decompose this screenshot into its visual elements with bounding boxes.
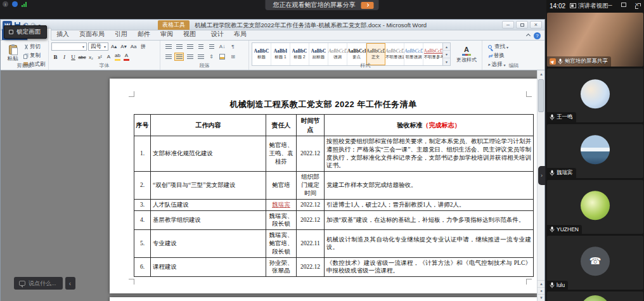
clear-formatting-button[interactable]: 拼 bbox=[139, 42, 148, 51]
tab-table-layout[interactable]: 布局 bbox=[229, 29, 252, 40]
notice-action-button[interactable] bbox=[361, 2, 374, 9]
strikethrough-button[interactable]: abc bbox=[78, 53, 86, 61]
minimize-ribbon-icon[interactable] bbox=[526, 34, 531, 38]
chat-input[interactable]: 说点什么... bbox=[14, 277, 63, 290]
vertical-scrollbar[interactable]: ▲ ▲ ● ▼ bbox=[537, 70, 544, 301]
tab-references[interactable]: 引用 bbox=[110, 29, 132, 40]
participant-tile[interactable]: YUZHEN bbox=[547, 180, 643, 234]
italic-button[interactable]: I bbox=[60, 53, 68, 61]
gallery-up-icon[interactable]: ▴ bbox=[443, 43, 450, 51]
shading-icon bbox=[219, 54, 225, 60]
screen-share-icon bbox=[550, 58, 556, 65]
text-effects-button[interactable]: A bbox=[105, 53, 113, 61]
word-maximize-button[interactable] bbox=[516, 21, 528, 29]
shrink-font-button[interactable]: A▾ bbox=[119, 42, 127, 51]
borders-button[interactable]: ⊞ bbox=[228, 53, 238, 61]
participant-tile[interactable]: ☎ lulu bbox=[547, 236, 643, 290]
pin-icon bbox=[9, 30, 13, 34]
tab-view[interactable]: 视图 bbox=[178, 29, 201, 40]
table-row: 2. “双创”项目与“三型”党支部建设 鲍官培 组织部门规定时间 党建工作样本支… bbox=[134, 172, 534, 199]
word-close-button[interactable]: × bbox=[530, 21, 542, 29]
decrease-indent-button[interactable] bbox=[196, 42, 205, 51]
show-marks-button[interactable]: ¶ bbox=[228, 42, 238, 51]
col-header-owner: 责任人 bbox=[266, 115, 297, 136]
screen-share-notice: 您正在观看鲍官培的屏幕分享 bbox=[266, 0, 379, 10]
tab-page-layout[interactable]: 页面布局 bbox=[74, 29, 110, 40]
scroll-up-icon[interactable]: ▲ bbox=[538, 70, 544, 78]
next-page-icon[interactable]: ▼ bbox=[538, 294, 544, 301]
bullet-list-button[interactable] bbox=[164, 42, 173, 51]
sidebar-collapse-handle[interactable]: › bbox=[538, 166, 545, 185]
margin-mark bbox=[526, 91, 532, 97]
line-spacing-button[interactable]: ⇕ bbox=[207, 53, 216, 61]
app-window-controls: – × bbox=[608, 0, 639, 9]
info-icon[interactable]: i bbox=[3, 1, 8, 7]
maximize-button[interactable] bbox=[621, 3, 626, 7]
participant-name: 鲍官培的屏幕共享 bbox=[565, 58, 608, 65]
find-button[interactable]: 查找▾ bbox=[488, 43, 508, 51]
underline-button[interactable]: U bbox=[69, 53, 77, 61]
grow-font-button[interactable]: A▴ bbox=[110, 42, 118, 51]
font-color-button[interactable]: A bbox=[122, 53, 131, 61]
word-minimize-button[interactable]: – bbox=[502, 21, 514, 29]
table-row: 1. 支部标准化规范化建设 鲍官培、王鸣、袁桂芬 2022.12 按照校党委组织… bbox=[134, 136, 534, 172]
document-page[interactable]: 机械制造工程系教工党支部 2022 年工作任务清单 序号 工作内容 责任人 时间… bbox=[110, 79, 537, 293]
task-table: 序号 工作内容 责任人 时间节点 验收标准（完成标志） 1. 支部标准化规范化建… bbox=[134, 114, 534, 277]
participant-tile[interactable]: 王一鸣 bbox=[547, 68, 643, 122]
change-case-button[interactable]: Aa bbox=[129, 42, 138, 51]
increase-indent-button[interactable] bbox=[207, 42, 216, 51]
align-left-button[interactable] bbox=[164, 53, 173, 61]
cut-button[interactable]: 剪切 bbox=[23, 43, 46, 51]
copy-button[interactable]: 复制 bbox=[23, 52, 46, 60]
participant-tile-presenter[interactable]: 鲍官培的屏幕共享 bbox=[547, 13, 643, 67]
network-signal-icon bbox=[22, 1, 27, 7]
previous-page-icon[interactable]: ▲ bbox=[538, 280, 544, 287]
close-button[interactable]: × bbox=[635, 1, 639, 8]
align-center-button[interactable] bbox=[174, 53, 184, 61]
mic-icon bbox=[550, 114, 555, 120]
screen-share-notice-text: 您正在观看鲍官培的屏幕分享 bbox=[273, 1, 356, 10]
tab-mailings[interactable]: 邮件 bbox=[132, 29, 155, 40]
styles-group-label: 样式 bbox=[249, 62, 482, 69]
gallery-down-icon[interactable]: ▾ bbox=[443, 51, 450, 58]
styles-group: AaBbC标题 AaBbI标题 1 AaBbC标题 2 AaBbC副标题 AaB… bbox=[249, 41, 482, 70]
help-icon[interactable]: ? bbox=[534, 32, 541, 39]
margin-mark bbox=[129, 279, 134, 285]
sort-button[interactable]: A↓ bbox=[217, 42, 227, 51]
scrollbar-thumb[interactable] bbox=[538, 79, 544, 112]
document-canvas[interactable]: 机械制造工程系教工党支部 2022 年工作任务清单 序号 工作内容 责任人 时间… bbox=[1, 70, 544, 301]
participant-name: 王一鸣 bbox=[557, 113, 573, 121]
clipboard-group-label: 剪贴板 bbox=[1, 62, 48, 69]
word-window-controls: – × bbox=[502, 21, 542, 29]
participant-tile[interactable]: 魏瑞宾 bbox=[547, 124, 643, 178]
mic-icon bbox=[550, 170, 555, 176]
font-name-combobox[interactable]: ▾ bbox=[51, 42, 87, 51]
replace-button[interactable]: ⇄替换 bbox=[488, 52, 508, 60]
multilevel-list-button[interactable] bbox=[185, 42, 195, 51]
avatar bbox=[581, 135, 610, 164]
table-header-row: 序号 工作内容 责任人 时间节点 验收标准（完成标志） bbox=[134, 115, 534, 136]
chat-bubble-icon bbox=[19, 281, 25, 286]
chat-collapse-button[interactable]: ‹ bbox=[65, 277, 75, 290]
table-row: 5. 专业建设 魏瑞宾、鲍官培、段长锁 2022.11 机械设计制造及其自动化专… bbox=[134, 230, 534, 257]
camera-icon[interactable] bbox=[12, 1, 18, 7]
tab-table-design[interactable]: 设计 bbox=[206, 29, 229, 40]
align-right-button[interactable] bbox=[185, 53, 195, 61]
speaker-view-button[interactable]: 演讲者视图 bbox=[570, 2, 609, 10]
numbered-list-button[interactable] bbox=[174, 42, 184, 51]
subscript-button[interactable]: x₂ bbox=[87, 53, 95, 61]
select-browse-object-icon[interactable]: ● bbox=[538, 287, 544, 294]
document-heading: 机械制造工程系教工党支部 2022 年工作任务清单 bbox=[110, 99, 537, 110]
highlight-color-button[interactable]: ab bbox=[113, 53, 122, 61]
bold-button[interactable]: B bbox=[51, 53, 60, 61]
superscript-button[interactable]: x² bbox=[96, 53, 104, 61]
tab-review[interactable]: 审阅 bbox=[155, 29, 178, 40]
minimize-button[interactable]: – bbox=[608, 1, 612, 8]
col-header-criteria: 验收标准（完成标志） bbox=[325, 115, 534, 136]
justify-button[interactable] bbox=[196, 53, 205, 61]
meeting-clock: 14:02 bbox=[550, 3, 565, 10]
shading-button[interactable] bbox=[217, 53, 227, 61]
tab-insert[interactable]: 插入 bbox=[51, 29, 74, 40]
font-size-combobox[interactable]: 四号▾ bbox=[88, 42, 108, 51]
participant-tile[interactable] bbox=[547, 291, 643, 301]
